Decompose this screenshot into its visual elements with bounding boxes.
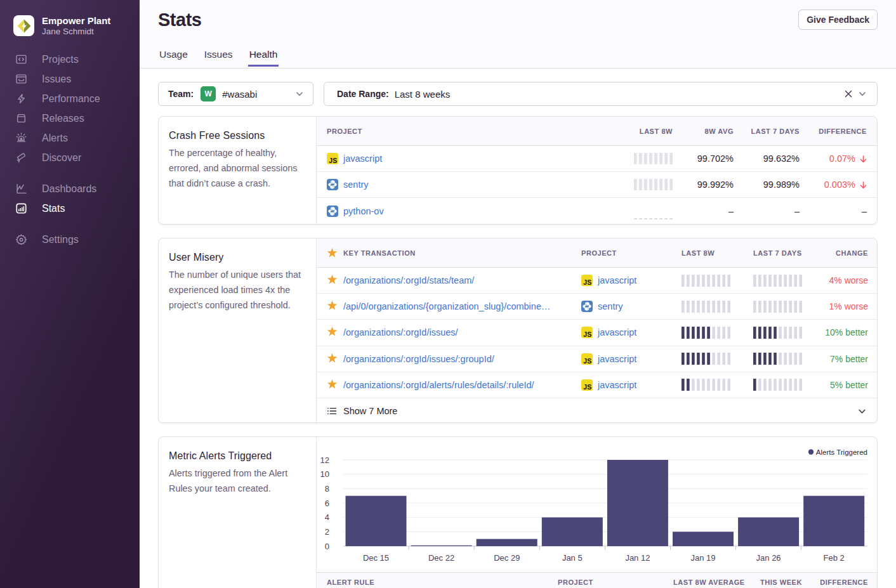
svg-text:Dec 22: Dec 22: [428, 553, 454, 563]
svg-text:12: 12: [320, 455, 329, 465]
svg-text:8: 8: [325, 484, 329, 493]
svg-text:Dec 15: Dec 15: [363, 553, 389, 563]
svg-text:Jan 19: Jan 19: [690, 553, 715, 563]
svg-text:Feb 2: Feb 2: [824, 553, 845, 563]
svg-text:Jan 26: Jan 26: [756, 553, 781, 563]
svg-text:JS: JS: [583, 356, 591, 364]
svg-text:2: 2: [325, 527, 329, 537]
svg-text:Jan 5: Jan 5: [562, 553, 583, 563]
svg-text:6: 6: [325, 499, 329, 508]
svg-text:4: 4: [325, 513, 329, 522]
svg-text:Jan 12: Jan 12: [625, 553, 650, 563]
svg-text:0: 0: [325, 542, 329, 551]
svg-text:JS: JS: [583, 278, 591, 286]
svg-text:Alerts Triggered: Alerts Triggered: [816, 448, 867, 456]
svg-text:JS: JS: [583, 330, 591, 338]
svg-text:JS: JS: [329, 157, 337, 164]
svg-text:Dec 29: Dec 29: [494, 553, 520, 563]
svg-text:JS: JS: [583, 382, 591, 390]
svg-text:10: 10: [320, 469, 329, 479]
